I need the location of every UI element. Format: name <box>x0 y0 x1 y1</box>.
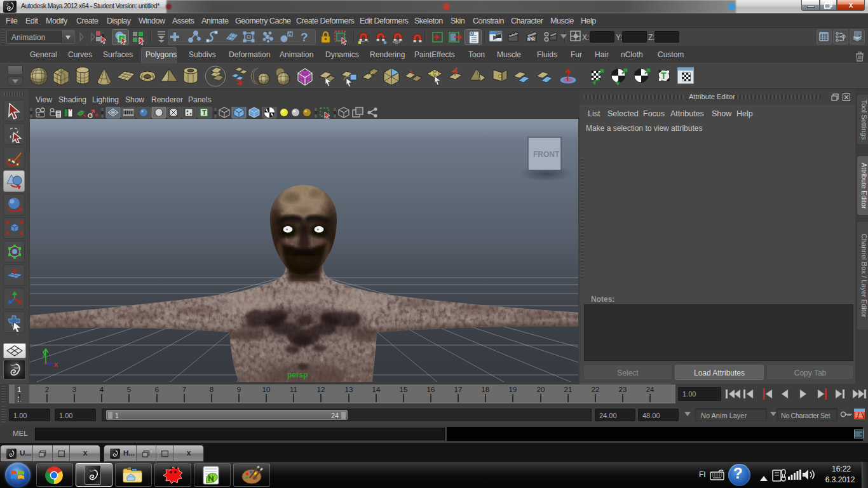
svg-text:14: 14 <box>372 386 381 393</box>
svg-text:22: 22 <box>592 386 600 393</box>
svg-text:y: y <box>43 349 47 356</box>
svg-text:5: 5 <box>127 386 131 393</box>
svg-text:17: 17 <box>454 386 463 393</box>
svg-text:?: ? <box>301 30 308 44</box>
svg-text:10: 10 <box>262 386 271 393</box>
svg-text:IPR: IPR <box>527 37 535 41</box>
svg-text:8: 8 <box>210 386 214 393</box>
svg-text:15: 15 <box>400 386 408 393</box>
svg-text:FRONT: FRONT <box>533 150 560 159</box>
svg-text:9: 9 <box>237 386 241 393</box>
svg-text:13: 13 <box>345 386 353 393</box>
svg-text:18: 18 <box>482 386 490 393</box>
svg-text:4: 4 <box>100 386 104 393</box>
svg-text:7: 7 <box>182 386 186 393</box>
svg-text:2: 2 <box>45 386 49 393</box>
svg-text:x: x <box>54 360 58 368</box>
svg-text:6: 6 <box>155 386 159 393</box>
svg-text:16: 16 <box>427 386 435 393</box>
svg-text:T: T <box>202 109 207 116</box>
svg-text:11: 11 <box>290 386 297 393</box>
svg-text:21: 21 <box>564 386 573 393</box>
svg-text:23: 23 <box>619 386 627 393</box>
svg-text:persp: persp <box>287 370 308 379</box>
svg-text:24: 24 <box>646 386 654 393</box>
svg-text:1: 1 <box>17 386 21 393</box>
svg-text:12: 12 <box>317 386 325 393</box>
svg-text:3: 3 <box>72 386 76 393</box>
svg-text:19: 19 <box>509 386 517 393</box>
svg-text:20: 20 <box>537 386 545 393</box>
svg-text:T: T <box>661 71 667 81</box>
